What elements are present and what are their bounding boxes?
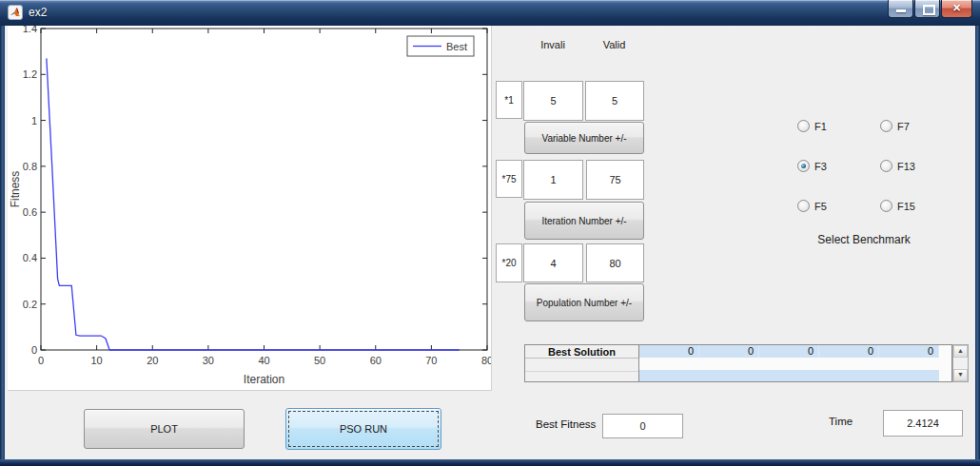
table-cell[interactable]: 0 [819,345,879,358]
radio-f1-label: F1 [814,121,827,132]
radio-f13-label: F13 [897,161,915,172]
table-row [639,370,951,381]
table-row-header-column: Best Solution [525,345,639,381]
svg-text:0.6: 0.6 [23,206,37,218]
empty-row-header [525,359,638,372]
svg-text:70: 70 [425,355,437,366]
radio-f15[interactable]: F15 [880,200,915,212]
variable-tag-box: *1 [496,81,522,119]
svg-text:60: 60 [370,355,382,366]
radio-f15-label: F15 [897,201,915,212]
iteration-tag-box: *75 [496,160,522,198]
table-cell[interactable]: 0 [699,345,759,358]
pso-run-label: PSO RUN [340,423,387,435]
best-fitness-label: Best Fitness [536,418,596,430]
table-data-area: 0 0 0 0 0 [639,345,951,381]
svg-text:0.2: 0.2 [23,299,37,310]
title-bar: ex2 [0,0,980,26]
table-scrollbar[interactable] [952,344,969,382]
best-solution-row-header: Best Solution [525,345,638,359]
svg-text:0: 0 [31,344,37,356]
svg-text:1: 1 [31,115,37,126]
radio-icon [797,160,810,172]
radio-icon [880,200,892,212]
window-border-bottom [0,459,980,466]
radio-f3[interactable]: F3 [797,160,827,172]
window-border-right [975,26,980,459]
time-input[interactable] [883,410,963,437]
window-border-left [0,26,5,459]
variable-invalid-input[interactable] [523,81,583,121]
fitness-chart: 0102030405060708000.20.40.60.811.21.4Ite… [8,26,491,390]
svg-text:30: 30 [203,355,214,366]
radio-icon [880,120,892,132]
window-title: ex2 [29,6,47,19]
svg-text:20: 20 [147,355,158,366]
invalid-column-header: Invali [522,39,583,50]
variable-valid-input[interactable] [585,81,644,121]
time-label: Time [829,416,853,427]
minimize-button[interactable] [888,0,913,18]
matlab-figure-window: ex2 0102030405060708000.20.40.60.811.21.… [0,0,980,466]
fitness-plot-panel: 0102030405060708000.20.40.60.811.21.4Ite… [8,26,492,391]
plot-button[interactable]: PLOT [84,409,245,449]
radio-f7[interactable]: F7 [880,120,910,132]
iteration-invalid-input[interactable] [523,160,583,200]
table-cell [639,370,939,381]
matlab-logo-icon [8,5,23,20]
valid-column-header: Valid [584,39,644,50]
population-invalid-input[interactable] [523,243,583,282]
svg-text:0.4: 0.4 [23,252,37,263]
maximize-button[interactable] [914,0,940,18]
iteration-valid-input[interactable] [586,160,644,200]
iteration-number-button[interactable]: Iteration Number +/- [524,202,644,240]
scroll-down-icon[interactable] [953,369,968,381]
radio-icon [797,200,810,212]
best-fitness-input[interactable] [602,414,683,438]
radio-icon [880,160,892,172]
svg-text:40: 40 [258,355,269,366]
close-button[interactable] [941,0,972,18]
select-benchmark-caption: Select Benchmark [788,233,940,246]
radio-f5-label: F5 [814,201,827,212]
radio-f1[interactable]: F1 [797,120,827,132]
radio-icon [797,120,810,132]
svg-text:80: 80 [481,355,491,366]
table-cell[interactable]: 0 [879,345,939,358]
population-tag-box: *20 [496,243,522,282]
variable-number-button[interactable]: Variable Number +/- [524,122,644,154]
radio-f13[interactable]: F13 [880,160,915,172]
scroll-up-icon[interactable] [953,345,968,358]
svg-text:Best: Best [446,41,467,52]
table-cell[interactable]: 0 [639,345,699,358]
svg-text:1.4: 1.4 [23,26,37,34]
y-axis-label: Fitness [9,171,22,208]
population-number-button[interactable]: Population Number +/- [524,283,644,321]
radio-f3-label: F3 [814,161,827,172]
radio-f5[interactable]: F5 [797,200,827,212]
svg-text:50: 50 [314,355,325,366]
svg-text:0.8: 0.8 [23,161,37,172]
svg-text:Iteration: Iteration [244,373,284,386]
table-row: 0 0 0 0 0 [639,345,951,358]
svg-text:1.2: 1.2 [23,68,37,80]
svg-text:10: 10 [91,355,103,366]
table-row [639,358,951,370]
population-valid-input[interactable] [586,243,644,282]
radio-f7-label: F7 [897,121,910,132]
pso-run-button[interactable]: PSO RUN [285,408,441,450]
best-solution-table: Best Solution 0 0 0 0 0 [524,344,952,382]
table-cell[interactable]: 0 [759,345,819,358]
svg-text:0: 0 [38,355,44,366]
